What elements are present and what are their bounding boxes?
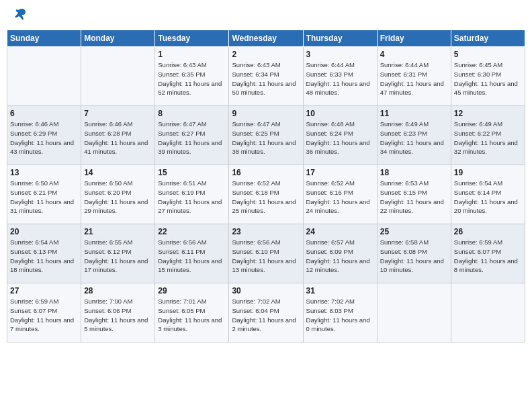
calendar-cell: 13Sunrise: 6:50 AM Sunset: 6:21 PM Dayli… [7,165,81,224]
day-detail: Sunrise: 7:02 AM Sunset: 6:04 PM Dayligh… [232,297,300,334]
weekday-header-saturday: Saturday [451,30,525,47]
weekday-header-monday: Monday [81,30,155,47]
day-detail: Sunrise: 6:47 AM Sunset: 6:27 PM Dayligh… [158,120,226,156]
day-number: 2 [232,50,300,59]
calendar-cell: 25Sunrise: 6:58 AM Sunset: 6:08 PM Dayli… [377,224,451,283]
day-number: 10 [306,109,374,118]
calendar-cell: 28Sunrise: 7:00 AM Sunset: 6:06 PM Dayli… [81,283,155,342]
day-number: 18 [380,168,448,177]
day-number: 24 [306,227,374,236]
day-number: 23 [232,227,300,236]
day-number: 7 [84,109,152,118]
day-detail: Sunrise: 6:43 AM Sunset: 6:35 PM Dayligh… [158,60,226,97]
day-number: 4 [380,50,448,59]
calendar-cell: 16Sunrise: 6:52 AM Sunset: 6:18 PM Dayli… [229,165,303,224]
page-header [7,7,525,24]
calendar-cell: 7Sunrise: 6:46 AM Sunset: 6:28 PM Daylig… [81,106,155,165]
calendar-cell: 8Sunrise: 6:47 AM Sunset: 6:27 PM Daylig… [155,106,229,165]
weekday-header-wednesday: Wednesday [229,30,303,47]
calendar-cell: 5Sunrise: 6:45 AM Sunset: 6:30 PM Daylig… [451,47,525,106]
calendar-table: SundayMondayTuesdayWednesdayThursdayFrid… [7,30,525,342]
day-detail: Sunrise: 6:44 AM Sunset: 6:31 PM Dayligh… [380,60,448,97]
day-detail: Sunrise: 6:49 AM Sunset: 6:23 PM Dayligh… [380,120,448,156]
day-detail: Sunrise: 6:47 AM Sunset: 6:25 PM Dayligh… [232,120,300,156]
day-number: 14 [84,168,152,177]
day-detail: Sunrise: 6:44 AM Sunset: 6:33 PM Dayligh… [306,60,374,97]
logo [9,7,27,24]
calendar-cell: 17Sunrise: 6:52 AM Sunset: 6:16 PM Dayli… [303,165,377,224]
day-number: 13 [10,168,78,177]
calendar-week-2: 6Sunrise: 6:46 AM Sunset: 6:29 PM Daylig… [7,106,525,165]
day-number: 17 [306,168,374,177]
day-detail: Sunrise: 6:51 AM Sunset: 6:19 PM Dayligh… [158,179,226,216]
calendar-cell: 26Sunrise: 6:59 AM Sunset: 6:07 PM Dayli… [451,224,525,283]
day-number: 28 [84,286,152,295]
day-number: 29 [158,286,226,295]
calendar-cell: 4Sunrise: 6:44 AM Sunset: 6:31 PM Daylig… [377,47,451,106]
day-detail: Sunrise: 6:59 AM Sunset: 6:07 PM Dayligh… [454,238,522,275]
day-detail: Sunrise: 6:43 AM Sunset: 6:34 PM Dayligh… [232,60,300,97]
calendar-cell [451,283,525,342]
calendar-cell: 12Sunrise: 6:49 AM Sunset: 6:22 PM Dayli… [451,106,525,165]
calendar-cell: 27Sunrise: 6:59 AM Sunset: 6:07 PM Dayli… [7,283,81,342]
day-detail: Sunrise: 6:56 AM Sunset: 6:11 PM Dayligh… [158,238,226,275]
calendar-cell: 23Sunrise: 6:56 AM Sunset: 6:10 PM Dayli… [229,224,303,283]
day-detail: Sunrise: 6:50 AM Sunset: 6:20 PM Dayligh… [84,179,152,216]
day-number: 19 [454,168,522,177]
day-number: 9 [232,109,300,118]
weekday-header-friday: Friday [377,30,451,47]
day-detail: Sunrise: 6:54 AM Sunset: 6:14 PM Dayligh… [454,179,522,216]
day-detail: Sunrise: 6:59 AM Sunset: 6:07 PM Dayligh… [10,297,78,334]
calendar-cell: 24Sunrise: 6:57 AM Sunset: 6:09 PM Dayli… [303,224,377,283]
day-detail: Sunrise: 6:49 AM Sunset: 6:22 PM Dayligh… [454,120,522,156]
day-number: 6 [10,109,78,118]
day-number: 25 [380,227,448,236]
calendar-cell: 18Sunrise: 6:53 AM Sunset: 6:15 PM Dayli… [377,165,451,224]
calendar-cell: 14Sunrise: 6:50 AM Sunset: 6:20 PM Dayli… [81,165,155,224]
day-detail: Sunrise: 6:48 AM Sunset: 6:24 PM Dayligh… [306,120,374,156]
day-detail: Sunrise: 6:50 AM Sunset: 6:21 PM Dayligh… [10,179,78,216]
calendar-cell [7,47,81,106]
calendar-cell [377,283,451,342]
calendar-week-1: 1Sunrise: 6:43 AM Sunset: 6:35 PM Daylig… [7,47,525,106]
day-number: 11 [380,109,448,118]
calendar-cell: 1Sunrise: 6:43 AM Sunset: 6:35 PM Daylig… [155,47,229,106]
weekday-header-row: SundayMondayTuesdayWednesdayThursdayFrid… [7,30,525,47]
day-detail: Sunrise: 6:52 AM Sunset: 6:18 PM Dayligh… [232,179,300,216]
day-detail: Sunrise: 6:58 AM Sunset: 6:08 PM Dayligh… [380,238,448,275]
calendar-cell: 11Sunrise: 6:49 AM Sunset: 6:23 PM Dayli… [377,106,451,165]
calendar-cell: 15Sunrise: 6:51 AM Sunset: 6:19 PM Dayli… [155,165,229,224]
calendar-cell: 22Sunrise: 6:56 AM Sunset: 6:11 PM Dayli… [155,224,229,283]
calendar-cell: 30Sunrise: 7:02 AM Sunset: 6:04 PM Dayli… [229,283,303,342]
weekday-header-thursday: Thursday [303,30,377,47]
day-detail: Sunrise: 6:45 AM Sunset: 6:30 PM Dayligh… [454,60,522,97]
day-detail: Sunrise: 6:53 AM Sunset: 6:15 PM Dayligh… [380,179,448,216]
day-number: 12 [454,109,522,118]
day-detail: Sunrise: 7:02 AM Sunset: 6:03 PM Dayligh… [306,297,374,334]
day-detail: Sunrise: 6:46 AM Sunset: 6:28 PM Dayligh… [84,120,152,156]
day-number: 22 [158,227,226,236]
calendar-week-5: 27Sunrise: 6:59 AM Sunset: 6:07 PM Dayli… [7,283,525,342]
calendar-cell: 31Sunrise: 7:02 AM Sunset: 6:03 PM Dayli… [303,283,377,342]
day-detail: Sunrise: 6:52 AM Sunset: 6:16 PM Dayligh… [306,179,374,216]
day-number: 16 [232,168,300,177]
day-number: 8 [158,109,226,118]
day-number: 3 [306,50,374,59]
calendar-cell: 19Sunrise: 6:54 AM Sunset: 6:14 PM Dayli… [451,165,525,224]
weekday-header-tuesday: Tuesday [155,30,229,47]
calendar-cell: 29Sunrise: 7:01 AM Sunset: 6:05 PM Dayli… [155,283,229,342]
calendar-cell: 6Sunrise: 6:46 AM Sunset: 6:29 PM Daylig… [7,106,81,165]
calendar-week-3: 13Sunrise: 6:50 AM Sunset: 6:21 PM Dayli… [7,165,525,224]
calendar-cell [81,47,155,106]
day-number: 1 [158,50,226,59]
calendar-cell: 9Sunrise: 6:47 AM Sunset: 6:25 PM Daylig… [229,106,303,165]
day-number: 5 [454,50,522,59]
calendar-week-4: 20Sunrise: 6:54 AM Sunset: 6:13 PM Dayli… [7,224,525,283]
day-detail: Sunrise: 7:00 AM Sunset: 6:06 PM Dayligh… [84,297,152,334]
calendar-cell: 2Sunrise: 6:43 AM Sunset: 6:34 PM Daylig… [229,47,303,106]
calendar-cell: 3Sunrise: 6:44 AM Sunset: 6:33 PM Daylig… [303,47,377,106]
day-number: 21 [84,227,152,236]
day-number: 26 [454,227,522,236]
weekday-header-sunday: Sunday [7,30,81,47]
day-detail: Sunrise: 6:55 AM Sunset: 6:12 PM Dayligh… [84,238,152,275]
